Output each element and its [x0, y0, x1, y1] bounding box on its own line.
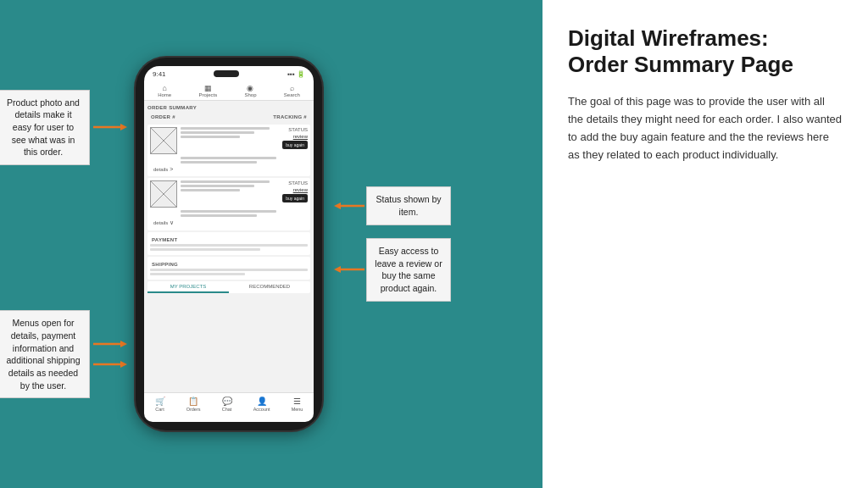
bottom-nav-menu[interactable]: ☰ Menu: [292, 396, 303, 412]
nav-home[interactable]: ⌂ Home: [158, 84, 171, 97]
product-image-1: [150, 127, 177, 154]
item-details-1: [181, 127, 279, 138]
account-label: Account: [253, 407, 270, 412]
account-icon: 👤: [257, 396, 267, 406]
product-annotation-text: Product photo and details make it easy f…: [7, 97, 80, 158]
buy-again-btn-1[interactable]: buy again: [282, 141, 308, 149]
bottom-nav-chat[interactable]: 💬 Chat: [222, 396, 232, 412]
menus-annotation-text: Menus open for details, payment informat…: [7, 318, 81, 390]
product-annotation-wrapper: Product photo and details make it easy f…: [0, 90, 127, 165]
bottom-nav-account[interactable]: 👤 Account: [253, 396, 270, 412]
extra-line-3: [181, 210, 276, 213]
nav-shop-label: Shop: [244, 92, 256, 97]
status-label-2: STATUS: [288, 180, 308, 186]
easy-access-arrow-icon: [334, 263, 364, 276]
order-item-1: STATUS review buy again: [147, 125, 310, 176]
phone-signal: ▪▪▪ 🔋: [287, 70, 305, 78]
shipping-section: SHIPPING: [147, 257, 310, 280]
menu-label: Menu: [292, 407, 303, 412]
buy-again-btn-2[interactable]: buy again: [282, 194, 308, 202]
extra-line-4: [181, 214, 257, 217]
right-annotations: Status shown by item. Easy access to lea…: [331, 0, 441, 488]
phone-time: 9:41: [153, 70, 166, 78]
orders-label: Orders: [186, 407, 201, 412]
left-annotations: Product photo and details make it easy f…: [0, 0, 127, 488]
right-panel-body-text: The goal of this page was to provide the…: [568, 95, 842, 160]
details-row-2[interactable]: details ∨: [150, 219, 308, 226]
item-details-2: [181, 180, 279, 191]
phone-status-bar: 9:41 ▪▪▪ 🔋: [144, 66, 314, 81]
phone-area: 9:41 ▪▪▪ 🔋 ⌂ Home ▦ Projects ◉: [127, 0, 331, 488]
tabs-row: MY PROJECTS RECOMMENDED: [147, 281, 310, 293]
details-row-1[interactable]: details >: [150, 166, 308, 172]
payment-line-2: [150, 248, 260, 251]
menus-arrow-bottom-icon: [93, 358, 127, 371]
title-line-1: Digital Wireframes:: [568, 25, 769, 51]
phone-bottom: [144, 413, 314, 422]
payment-line-1: [150, 244, 308, 247]
order-item-1-row: STATUS review buy again: [150, 127, 308, 154]
order-item-2-row: STATUS review buy again: [150, 180, 308, 208]
nav-projects[interactable]: ▦ Projects: [198, 84, 217, 97]
shop-icon: ◉: [245, 84, 255, 92]
nav-shop[interactable]: ◉ Shop: [244, 84, 256, 97]
detail-line-1: [181, 127, 270, 130]
item-1-extra-lines: [150, 157, 308, 164]
product-image-2: [150, 180, 177, 208]
shipping-line-1: [150, 269, 308, 271]
right-panel: Digital Wireframes: Order Summary Page T…: [542, 0, 868, 488]
review-link-1[interactable]: review: [293, 134, 308, 139]
phone-frame: 9:41 ▪▪▪ 🔋 ⌂ Home ▦ Projects ◉: [136, 58, 322, 430]
tracking-label: tracking #: [273, 114, 307, 119]
status-annotation-text: Status shown by item.: [376, 194, 441, 217]
title-line-2: Order Summary Page: [568, 52, 793, 77]
right-panel-title: Digital Wireframes: Order Summary Page: [568, 25, 843, 78]
review-link-2[interactable]: review: [293, 187, 308, 192]
shipping-label: SHIPPING: [152, 262, 306, 267]
details-text-1: details: [153, 167, 168, 172]
chat-label: Chat: [222, 407, 232, 412]
detail-line-3: [181, 136, 240, 138]
chevron-right-icon: >: [170, 166, 173, 172]
phone-section: Product photo and details make it easy f…: [0, 0, 542, 488]
app-nav-bar[interactable]: ⌂ Home ▦ Projects ◉ Shop ⌕ Search: [144, 81, 314, 101]
tab-my-projects-label: MY PROJECTS: [170, 284, 207, 289]
chevron-down-icon: ∨: [170, 219, 174, 226]
extra-line-2: [181, 161, 257, 164]
bottom-nav[interactable]: 🛒 Cart 📋 Orders 💬 Chat 👤: [144, 392, 314, 413]
menus-annotation-wrapper: Menus open for details, payment informat…: [0, 310, 127, 398]
tab-recommended[interactable]: RECOMMENDED: [229, 281, 310, 293]
bottom-nav-cart[interactable]: 🛒 Cart: [155, 396, 165, 412]
phone-screen: ORDER SUMMARY ORDER # tracking #: [144, 101, 314, 413]
phone-notch: [214, 70, 239, 77]
item-2-extra-lines: [150, 210, 308, 217]
bottom-nav-orders[interactable]: 📋 Orders: [186, 396, 201, 412]
projects-icon: ▦: [203, 84, 213, 92]
status-label-1: STATUS: [288, 127, 308, 132]
order-number-label: ORDER #: [151, 114, 175, 119]
detail-line-5: [181, 185, 254, 187]
nav-search[interactable]: ⌕ Search: [284, 84, 300, 97]
product-arrow-icon: [93, 120, 127, 134]
status-annotation-wrapper: Status shown by item.: [334, 186, 451, 225]
shipping-line-2: [150, 273, 245, 275]
nav-home-label: Home: [158, 92, 171, 97]
nav-search-label: Search: [284, 92, 300, 97]
product-annotation-box: Product photo and details make it easy f…: [0, 90, 90, 165]
chat-icon: 💬: [222, 396, 232, 406]
status-col-1: STATUS review buy again: [282, 127, 308, 149]
detail-line-4: [181, 180, 270, 183]
tab-my-projects[interactable]: MY PROJECTS: [147, 281, 229, 293]
detail-line-6: [181, 189, 240, 191]
payment-label: PAYMENT: [152, 237, 306, 242]
orders-icon: 📋: [188, 396, 198, 406]
cart-icon: 🛒: [155, 396, 165, 406]
svg-marker-1: [120, 124, 127, 130]
detail-line-2: [181, 131, 254, 134]
page-container: Product photo and details make it easy f…: [0, 0, 868, 488]
details-text-2: details: [153, 220, 168, 225]
payment-section: PAYMENT: [147, 232, 310, 255]
easy-access-annotation-wrapper: Easy access to leave a review or buy the…: [334, 238, 451, 302]
tab-recommended-label: RECOMMENDED: [249, 284, 290, 289]
status-col-2: STATUS review buy again: [282, 180, 308, 202]
